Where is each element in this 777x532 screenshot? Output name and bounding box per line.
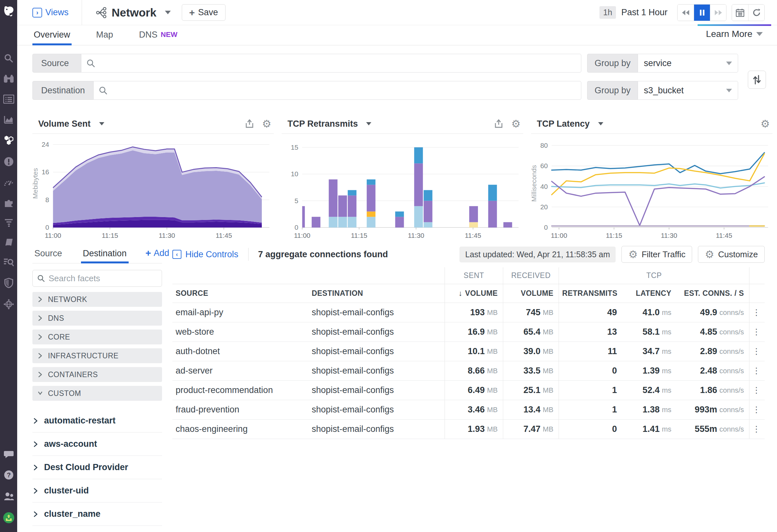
table-row[interactable]: chaos-engineering shopist-email-configs … [173, 420, 765, 439]
cell-destination[interactable]: shopist-email-configs [309, 361, 445, 381]
network-globe-icon[interactable] [3, 299, 14, 310]
rewind-button[interactable] [677, 5, 694, 21]
notebooks-icon[interactable] [4, 237, 14, 246]
cell-source[interactable]: email-api-py [173, 303, 309, 322]
facet-tab-source[interactable]: Source [32, 248, 64, 263]
watchdog-binoculars-icon[interactable] [3, 74, 14, 84]
chevron-down-icon[interactable] [99, 122, 104, 125]
facet-group[interactable]: CONTAINERS [32, 367, 162, 382]
hide-controls-button[interactable]: ‹ Hide Controls [173, 249, 238, 259]
page-title-chevron-down-icon[interactable] [165, 11, 171, 14]
monitors-alert-icon[interactable] [4, 156, 14, 167]
refresh-button[interactable] [748, 5, 764, 21]
cell-source[interactable]: auth-dotnet [173, 342, 309, 361]
table-row[interactable]: product-recommendation shopist-email-con… [173, 381, 765, 400]
infrastructure-hexagons-icon[interactable] [3, 135, 14, 146]
datadog-logo[interactable] [0, 0, 17, 23]
log-search-icon[interactable] [3, 257, 14, 267]
col-header-destination[interactable]: DESTINATION [309, 284, 445, 303]
source-group-by-select[interactable]: service [638, 54, 738, 73]
source-search-input[interactable] [99, 58, 576, 68]
tcp-latency-chart[interactable]: 02040608011:0011:1511:3011:45Millisecond… [531, 134, 772, 241]
export-icon[interactable] [245, 119, 254, 128]
col-header-latency[interactable]: LATENCY [622, 284, 677, 303]
row-menu-button[interactable]: ⋮ [749, 322, 765, 341]
custom-facet-item[interactable]: aws-account [32, 433, 162, 456]
metrics-chart-icon[interactable] [4, 114, 14, 124]
updates-icon[interactable] [3, 512, 15, 524]
views-button[interactable]: › Views [32, 7, 69, 17]
facet-tab-destination[interactable]: Destination [81, 248, 129, 263]
destination-search-input[interactable] [111, 86, 576, 96]
custom-facet-item[interactable]: cluster_name [32, 503, 162, 526]
cell-destination[interactable]: shopist-email-configs [309, 322, 445, 341]
row-menu-button[interactable]: ⋮ [749, 361, 765, 381]
security-shield-icon[interactable] [4, 278, 14, 288]
pause-button[interactable] [694, 5, 710, 21]
tab-overview[interactable]: Overview [32, 30, 72, 45]
facet-search-input[interactable] [48, 274, 157, 284]
cell-source[interactable]: chaos-engineering [173, 420, 309, 439]
facet-group[interactable]: NETWORK [32, 292, 162, 307]
swap-source-destination-button[interactable] [748, 71, 766, 89]
search-icon[interactable] [4, 53, 14, 64]
tab-map[interactable]: Map [95, 30, 115, 45]
custom-facet-item[interactable]: automatic-restart [32, 409, 162, 433]
apm-gauge-icon[interactable] [3, 178, 14, 187]
table-row[interactable]: fraud-prevention shopist-email-configs 3… [173, 400, 765, 420]
row-menu-button[interactable]: ⋮ [749, 420, 765, 439]
facet-group[interactable]: CUSTOM [32, 386, 162, 401]
cell-destination[interactable]: shopist-email-configs [309, 400, 445, 419]
events-list-icon[interactable] [3, 95, 14, 104]
chevron-down-icon[interactable] [366, 122, 371, 125]
table-row[interactable]: email-api-py shopist-email-configs 193MB… [173, 303, 765, 322]
integrations-puzzle-icon[interactable] [4, 198, 14, 208]
time-range-badge[interactable]: 1h [599, 6, 616, 19]
cell-source[interactable]: product-recommendation [173, 381, 309, 400]
add-facet-button[interactable]: + Add [145, 247, 170, 263]
gear-icon[interactable]: ⚙ [511, 119, 521, 129]
forward-button[interactable] [710, 5, 726, 21]
users-icon[interactable] [3, 491, 14, 501]
gear-icon[interactable]: ⚙ [761, 119, 770, 129]
tab-dns[interactable]: DNSNEW [138, 30, 179, 45]
facet-group[interactable]: INFRASTRUCTURE [32, 348, 162, 363]
custom-facet-item[interactable]: Dest Cloud Provider [32, 456, 162, 479]
destination-group-by-select[interactable]: s3_bucket [638, 81, 738, 100]
cell-destination[interactable]: shopist-email-configs [309, 342, 445, 361]
col-header-source[interactable]: SOURCE [173, 284, 309, 303]
row-menu-button[interactable]: ⋮ [749, 381, 765, 400]
chevron-down-icon[interactable] [598, 122, 603, 125]
col-header-received-volume[interactable]: VOLUME [503, 284, 559, 303]
cell-destination[interactable]: shopist-email-configs [309, 303, 445, 322]
table-row[interactable]: web-store shopist-email-configs 16.9MB 6… [173, 322, 765, 342]
col-header-est-conns[interactable]: EST. CONNS. / S [677, 284, 749, 303]
time-range-label[interactable]: Past 1 Hour [621, 7, 667, 17]
row-menu-button[interactable]: ⋮ [749, 303, 765, 322]
export-icon[interactable] [494, 119, 503, 128]
cell-source[interactable]: ad-server [173, 361, 309, 381]
learn-more-dropdown[interactable]: Learn More [704, 24, 765, 45]
customize-button[interactable]: ⚙ Customize [698, 246, 765, 263]
facet-group[interactable]: DNS [32, 311, 162, 326]
col-header-sent-volume[interactable]: ↓VOLUME [445, 284, 503, 303]
filter-traffic-button[interactable]: ⚙ Filter Traffic [622, 246, 692, 263]
cell-source[interactable]: web-store [173, 322, 309, 341]
gear-icon[interactable]: ⚙ [262, 119, 271, 129]
custom-facet-item[interactable]: cluster-uid [32, 479, 162, 503]
volume-sent-chart[interactable]: 08162411:0011:1511:3011:45Mebibytes [32, 134, 274, 241]
help-icon[interactable]: ? [4, 470, 14, 480]
cell-destination[interactable]: shopist-email-configs [309, 420, 445, 439]
cell-source[interactable]: fraud-prevention [173, 400, 309, 419]
tcp-retransmits-chart[interactable]: 05101511:0011:1511:3011:45 [282, 134, 523, 241]
custom-facet-item[interactable]: creator [32, 526, 162, 532]
row-menu-button[interactable]: ⋮ [749, 400, 765, 419]
calendar-button[interactable] [732, 5, 748, 21]
facet-group[interactable]: CORE [32, 329, 162, 344]
cell-destination[interactable]: shopist-email-configs [309, 381, 445, 400]
table-row[interactable]: ad-server shopist-email-configs 8.66MB 3… [173, 361, 765, 381]
save-button[interactable]: + Save [182, 4, 226, 21]
chat-icon[interactable] [4, 450, 14, 459]
table-row[interactable]: auth-dotnet shopist-email-configs 10.1MB… [173, 342, 765, 361]
col-header-retransmits[interactable]: RETRANSMITS [559, 284, 622, 303]
